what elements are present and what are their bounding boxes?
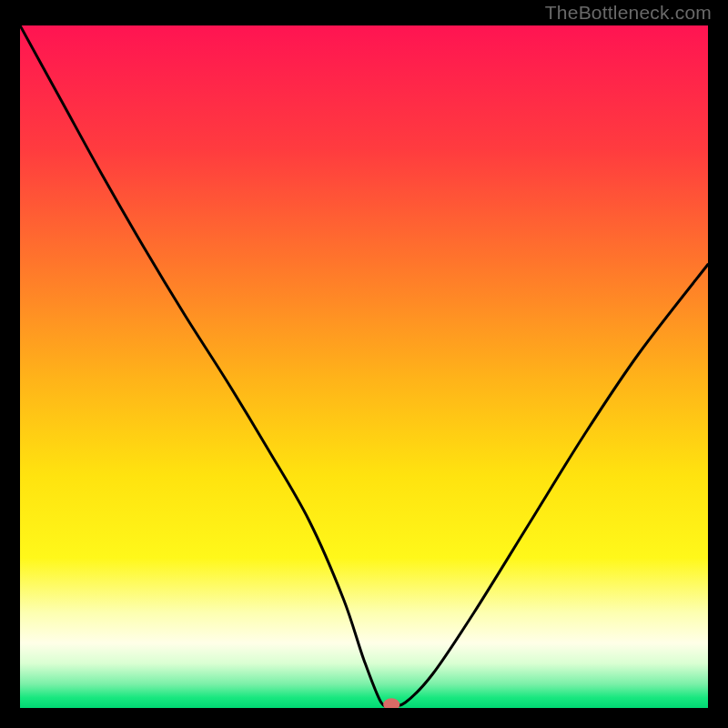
watermark-text: TheBottleneck.com — [545, 2, 712, 24]
chart-frame: TheBottleneck.com — [0, 0, 728, 728]
plot-area — [20, 25, 708, 708]
bottleneck-chart — [20, 25, 708, 708]
gradient-background — [20, 25, 708, 708]
